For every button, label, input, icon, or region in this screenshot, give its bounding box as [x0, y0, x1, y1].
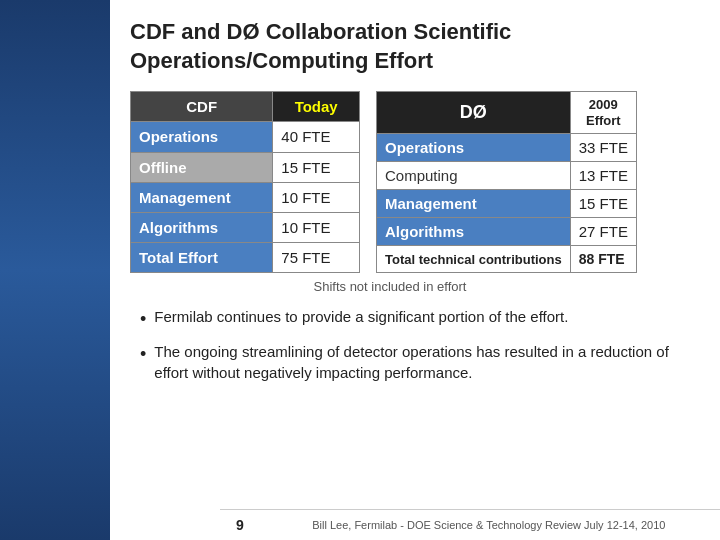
cdf-off-value: 15 FTE [273, 152, 360, 182]
table-row: Algorithms 27 FTE [377, 218, 637, 246]
cdf-header-col1: CDF [131, 92, 273, 122]
footer-text: Bill Lee, Fermilab - DOE Science & Techn… [312, 519, 665, 531]
bullet-icon: • [140, 342, 146, 367]
table-row: Offline 15 FTE [131, 152, 360, 182]
dz-header-col2: 2009 Effort [570, 92, 636, 134]
dz-header: DØ 2009 Effort [377, 92, 637, 134]
cdf-ops-value: 40 FTE [273, 122, 360, 152]
dz-table: DØ 2009 Effort Operations 33 FTE Computi… [376, 91, 637, 273]
background-left [0, 0, 110, 540]
dz-ops-label: Operations [377, 134, 571, 162]
dz-header-col1: DØ [377, 92, 571, 134]
main-content: CDF and DØ Collaboration Scientific Oper… [110, 0, 720, 540]
bullet-icon: • [140, 307, 146, 332]
dz-mgmt-label: Management [377, 190, 571, 218]
page-title: CDF and DØ Collaboration Scientific Oper… [130, 18, 700, 75]
bullet-text-2: The ongoing streamlining of detector ope… [154, 341, 700, 383]
table-row: Algorithms 10 FTE [131, 212, 360, 242]
dz-mgmt-value: 15 FTE [570, 190, 636, 218]
cdf-mgmt-value: 10 FTE [273, 182, 360, 212]
table-row: Operations 33 FTE [377, 134, 637, 162]
dz-total-label: Total technical contributions [377, 246, 571, 273]
cdf-mgmt-label: Management [131, 182, 273, 212]
dz-comp-label: Computing [377, 162, 571, 190]
bullet-text-1: Fermilab continues to provide a signific… [154, 306, 568, 327]
table-row: Computing 13 FTE [377, 162, 637, 190]
cdf-algo-value: 10 FTE [273, 212, 360, 242]
table-row: Management 15 FTE [377, 190, 637, 218]
tables-row: CDF Today Operations 40 FTE Offline 15 F… [130, 91, 700, 273]
cdf-table: CDF Today Operations 40 FTE Offline 15 F… [130, 91, 360, 273]
table-row: Total Effort 75 FTE [131, 243, 360, 273]
list-item: • The ongoing streamlining of detector o… [140, 341, 700, 383]
cdf-off-label: Offline [131, 152, 273, 182]
page-number: 9 [236, 517, 244, 533]
cdf-header-col2: Today [273, 92, 360, 122]
dz-algo-value: 27 FTE [570, 218, 636, 246]
cdf-ops-label: Operations [131, 122, 273, 152]
bullets-section: • Fermilab continues to provide a signif… [140, 306, 700, 382]
dz-comp-value: 13 FTE [570, 162, 636, 190]
shifts-note: Shifts not included in effort [110, 279, 670, 294]
cdf-algo-label: Algorithms [131, 212, 273, 242]
footer: 9 Bill Lee, Fermilab - DOE Science & Tec… [220, 509, 720, 540]
table-row: Management 10 FTE [131, 182, 360, 212]
cdf-total-value: 75 FTE [273, 243, 360, 273]
cdf-header: CDF Today [131, 92, 360, 122]
table-row: Total technical contributions 88 FTE [377, 246, 637, 273]
list-item: • Fermilab continues to provide a signif… [140, 306, 700, 332]
dz-total-value: 88 FTE [570, 246, 636, 273]
dz-ops-value: 33 FTE [570, 134, 636, 162]
cdf-total-label: Total Effort [131, 243, 273, 273]
dz-algo-label: Algorithms [377, 218, 571, 246]
table-row: Operations 40 FTE [131, 122, 360, 152]
